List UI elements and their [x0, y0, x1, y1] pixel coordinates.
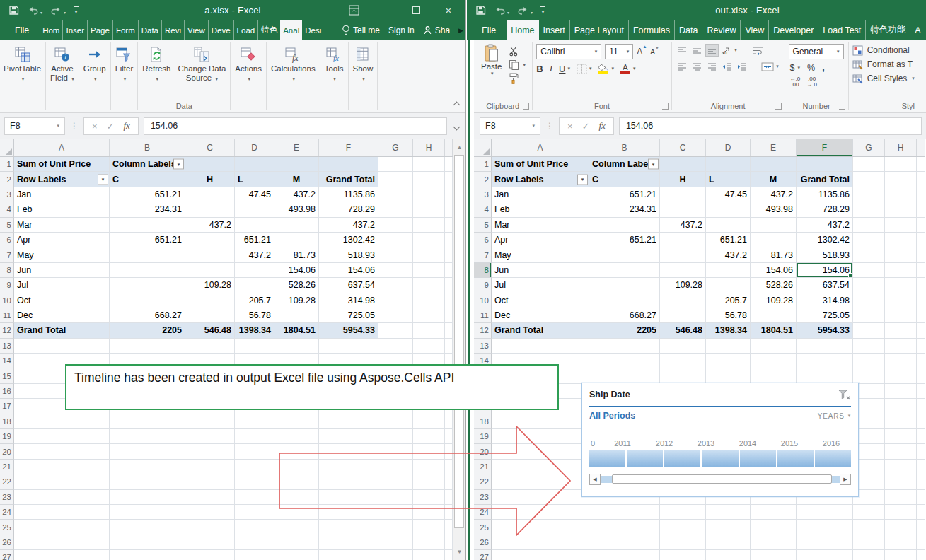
cell[interactable] — [274, 308, 319, 323]
cell[interactable] — [917, 505, 925, 520]
cell[interactable]: 437.2 — [274, 187, 319, 202]
cell[interactable] — [917, 490, 925, 505]
font-size-select[interactable]: 11▾ — [605, 44, 633, 59]
cell[interactable] — [319, 460, 378, 474]
cell[interactable] — [235, 414, 274, 429]
scroll-right-icon[interactable]: ▶ — [840, 474, 851, 485]
row-header-19[interactable]: 19 — [474, 429, 492, 444]
cell[interactable] — [235, 535, 274, 550]
font-family-select[interactable]: Calibri▾ — [536, 44, 601, 59]
cell[interactable] — [110, 474, 185, 489]
cell[interactable] — [706, 368, 751, 383]
cell[interactable] — [274, 535, 319, 550]
row-header-4[interactable]: 4 — [0, 202, 14, 217]
cell[interactable] — [110, 293, 185, 308]
row-header-10[interactable]: 10 — [0, 293, 14, 308]
cell[interactable]: Feb — [14, 202, 110, 217]
cell[interactable] — [492, 429, 589, 444]
cell[interactable]: 637.54 — [797, 278, 853, 293]
cell[interactable] — [413, 293, 445, 308]
cell[interactable] — [14, 490, 110, 505]
cell[interactable] — [413, 550, 445, 560]
cell[interactable]: 725.05 — [797, 308, 853, 323]
timeline-segment[interactable] — [664, 450, 700, 467]
tab-file[interactable]: File — [4, 20, 40, 40]
cell[interactable] — [319, 339, 378, 354]
cell[interactable] — [917, 368, 925, 383]
row-header-18[interactable]: 18 — [0, 414, 14, 429]
tab-anal[interactable]: Anal — [280, 20, 302, 40]
cell[interactable]: Sum of Unit Price — [492, 157, 589, 172]
row-header-9[interactable]: 9 — [474, 278, 492, 293]
row-header-3[interactable]: 3 — [474, 187, 492, 202]
cell[interactable] — [853, 202, 885, 217]
cell[interactable]: Column Labels▾ — [110, 157, 185, 172]
cell[interactable] — [185, 490, 235, 505]
cell[interactable] — [319, 520, 378, 535]
ribbon-button-group[interactable]: Group▾ — [80, 40, 110, 112]
row-header-11[interactable]: 11 — [474, 308, 492, 323]
cell[interactable] — [110, 460, 185, 474]
tab-a[interactable]: A — [910, 20, 925, 40]
enter-icon[interactable]: ✓ — [582, 121, 590, 132]
cell[interactable] — [274, 233, 319, 247]
cell[interactable]: L — [235, 172, 274, 187]
cell[interactable] — [885, 490, 917, 505]
cell[interactable] — [917, 429, 925, 444]
cell[interactable] — [917, 339, 925, 354]
cell[interactable] — [706, 157, 751, 172]
cell[interactable] — [589, 218, 660, 233]
customize-qat-icon[interactable]: ▾ — [540, 6, 545, 14]
dialog-launcher-icon[interactable] — [662, 103, 669, 110]
timeline-segment[interactable] — [702, 450, 738, 467]
cell[interactable] — [235, 429, 274, 444]
fill-color-button[interactable] — [598, 64, 608, 74]
cell[interactable] — [917, 520, 925, 535]
cell[interactable] — [885, 474, 917, 489]
cell[interactable] — [235, 460, 274, 474]
save-icon[interactable] — [475, 5, 486, 16]
row-header-24[interactable]: 24 — [474, 505, 492, 520]
cell[interactable] — [885, 384, 917, 399]
cell[interactable] — [917, 157, 925, 172]
cell[interactable] — [235, 202, 274, 217]
dialog-launcher-icon[interactable] — [775, 103, 782, 110]
select-all-corner[interactable] — [474, 139, 492, 156]
cell[interactable]: 154.06 — [751, 263, 797, 278]
cell[interactable]: Row Labels▾ — [14, 172, 110, 187]
cell[interactable]: Jul — [14, 278, 110, 293]
cell[interactable] — [589, 505, 660, 520]
cell[interactable]: 668.27 — [110, 308, 185, 323]
cell[interactable] — [445, 444, 453, 459]
row-header-6[interactable]: 6 — [0, 233, 14, 247]
cell[interactable] — [492, 444, 589, 459]
cell[interactable] — [185, 339, 235, 354]
timeline-segment[interactable] — [740, 450, 776, 467]
row-header-8[interactable]: 8 — [0, 263, 14, 278]
cell[interactable] — [885, 293, 917, 308]
row-header-17[interactable]: 17 — [0, 399, 14, 414]
timeline-segment[interactable] — [589, 450, 625, 467]
tell-me-button[interactable]: Tell me — [342, 25, 380, 35]
row-header-22[interactable]: 22 — [0, 474, 14, 489]
cell[interactable] — [185, 263, 235, 278]
cell[interactable] — [706, 202, 751, 217]
cell[interactable] — [413, 339, 445, 354]
undo-icon[interactable]: ▾ — [27, 6, 42, 15]
cell[interactable] — [378, 505, 413, 520]
cell[interactable] — [319, 490, 378, 505]
cell[interactable] — [660, 535, 706, 550]
cell[interactable] — [445, 308, 453, 323]
cell[interactable] — [274, 550, 319, 560]
scroll-left-icon[interactable]: ◀ — [589, 474, 601, 485]
cell[interactable] — [185, 293, 235, 308]
cell[interactable] — [660, 233, 706, 247]
cell[interactable] — [853, 278, 885, 293]
cell[interactable] — [445, 233, 453, 247]
cell[interactable] — [492, 490, 589, 505]
cell[interactable] — [885, 323, 917, 338]
cell[interactable] — [274, 429, 319, 444]
row-header-23[interactable]: 23 — [474, 490, 492, 505]
save-icon[interactable] — [8, 5, 19, 16]
cell[interactable] — [413, 233, 445, 247]
